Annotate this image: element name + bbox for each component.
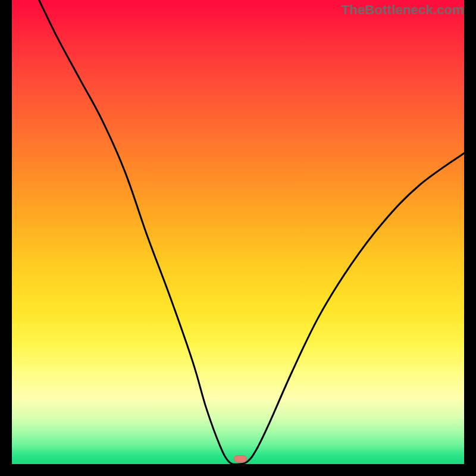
watermark-text: TheBottleneck.com [342, 2, 464, 18]
chart-frame: TheBottleneck.com [0, 0, 476, 476]
bottleneck-curve [12, 0, 464, 464]
optimal-point-marker [234, 455, 247, 462]
plot-area [12, 0, 464, 464]
